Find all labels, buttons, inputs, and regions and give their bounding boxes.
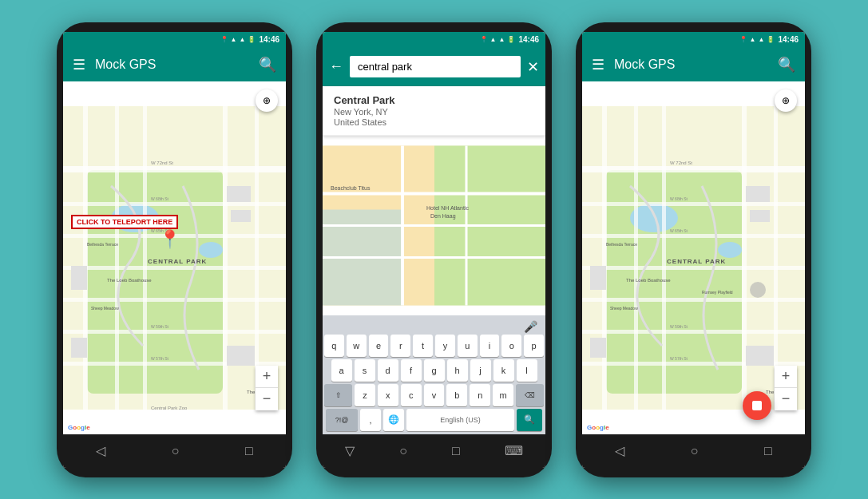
phone-3: 📍 ▲ ▲ 🔋 14:46 ☰ Mock GPS 🔍 xyxy=(576,22,811,477)
teleport-label[interactable]: CLICK TO TELEPORT HERE xyxy=(71,215,178,229)
svg-text:Hotel NH Atlantic: Hotel NH Atlantic xyxy=(426,204,469,210)
svg-text:Bethesda Terrace: Bethesda Terrace xyxy=(87,242,118,247)
key-o[interactable]: o xyxy=(501,335,521,357)
search-icon-1[interactable]: 🔍 xyxy=(259,56,276,73)
map-1[interactable]: W 72nd St W 68th St W 65th St W 59th St … xyxy=(63,81,286,434)
zoom-out-1[interactable]: − xyxy=(256,388,278,410)
key-m[interactable]: m xyxy=(493,384,513,406)
keyboard[interactable]: 🎤 q w e r t y u i o p a s d f g xyxy=(323,315,545,434)
map-3[interactable]: W 72nd St W 68th St W 65th St W 59th St … xyxy=(582,81,805,434)
recent-nav-2[interactable]: □ xyxy=(452,444,460,458)
back-nav-3[interactable]: ◁ xyxy=(615,443,624,458)
key-u[interactable]: u xyxy=(458,335,478,357)
svg-rect-54 xyxy=(582,330,805,334)
svg-rect-15 xyxy=(255,106,259,410)
nav-bar-2: ▽ ○ □ ⌨ xyxy=(323,434,545,468)
key-x[interactable]: x xyxy=(378,384,398,406)
svg-rect-60 xyxy=(774,106,778,410)
svg-text:Sheep Meadow: Sheep Meadow xyxy=(610,306,638,311)
back-nav-2[interactable]: ▽ xyxy=(345,443,355,458)
key-comma[interactable]: , xyxy=(360,409,381,431)
svg-rect-7 xyxy=(63,266,286,270)
keyboard-nav-2[interactable]: ⌨ xyxy=(505,443,523,458)
location-icon-2: 📍 xyxy=(480,36,488,43)
autocomplete-dropdown[interactable]: Central Park New York, NY United States xyxy=(323,86,545,136)
key-g[interactable]: g xyxy=(424,359,445,382)
back-icon-2[interactable]: ← xyxy=(329,58,343,75)
key-p[interactable]: p xyxy=(524,335,544,357)
key-b[interactable]: b xyxy=(446,384,467,406)
svg-rect-51 xyxy=(582,234,805,238)
svg-rect-65 xyxy=(590,338,606,358)
key-globe[interactable]: 🌐 xyxy=(383,409,404,431)
recent-nav-1[interactable]: □ xyxy=(245,444,253,458)
recent-nav-3[interactable]: □ xyxy=(764,444,772,458)
menu-icon-1[interactable]: ☰ xyxy=(73,56,85,73)
location-icon-3: 📍 xyxy=(739,36,747,43)
map-2[interactable]: Beachclub Titus Hotel NH Atlantic Den Ha… xyxy=(323,136,545,315)
map-pin-1: 📍 xyxy=(159,229,180,250)
key-l[interactable]: l xyxy=(517,359,537,382)
kb-row-3: ⇧ z x c v b n m ⌫ xyxy=(324,384,544,406)
key-s[interactable]: s xyxy=(355,359,375,382)
key-w[interactable]: w xyxy=(347,335,367,357)
home-nav-2[interactable]: ○ xyxy=(399,444,407,458)
status-time-2: 14:46 xyxy=(518,35,539,44)
key-d[interactable]: d xyxy=(378,359,398,382)
svg-rect-58 xyxy=(662,106,666,410)
key-search[interactable]: 🔍 xyxy=(517,409,542,431)
key-v[interactable]: v xyxy=(424,384,445,406)
search-icon-3[interactable]: 🔍 xyxy=(778,56,795,73)
status-icons-2: 📍 ▲ ▲ 🔋 xyxy=(480,36,516,43)
key-shift[interactable]: ⇧ xyxy=(324,384,352,406)
zoom-in-1[interactable]: + xyxy=(256,366,278,388)
svg-text:The Loeb Boathouse: The Loeb Boathouse xyxy=(107,278,152,283)
key-symbols[interactable]: ?!@ xyxy=(326,409,358,431)
location-fab-3[interactable]: ⊕ xyxy=(775,89,797,112)
key-j[interactable]: j xyxy=(470,359,491,382)
close-icon-2[interactable]: ✕ xyxy=(527,58,539,76)
key-c[interactable]: c xyxy=(401,384,422,406)
zoom-in-3[interactable]: + xyxy=(775,366,797,388)
svg-text:W 68th St: W 68th St xyxy=(670,196,688,201)
key-n[interactable]: n xyxy=(470,384,490,406)
key-backspace[interactable]: ⌫ xyxy=(516,384,544,406)
key-z[interactable]: z xyxy=(355,384,375,406)
home-nav-1[interactable]: ○ xyxy=(172,444,180,458)
key-q[interactable]: q xyxy=(324,335,344,357)
key-y[interactable]: y xyxy=(435,335,455,357)
zoom-out-3[interactable]: − xyxy=(775,388,797,410)
key-e[interactable]: e xyxy=(369,335,389,357)
back-nav-1[interactable]: ◁ xyxy=(96,443,105,458)
svg-rect-53 xyxy=(582,298,805,302)
key-r[interactable]: r xyxy=(390,335,410,357)
home-nav-3[interactable]: ○ xyxy=(691,444,699,458)
zoom-controls-3: + − xyxy=(775,366,797,410)
wifi-icon: ▲ xyxy=(231,36,237,43)
status-icons-1: 📍 ▲ ▲ 🔋 xyxy=(220,36,256,43)
autocomplete-line2: United States xyxy=(334,117,534,127)
svg-rect-57 xyxy=(634,106,638,410)
location-fab-1[interactable]: ⊕ xyxy=(256,89,278,112)
svg-point-3 xyxy=(199,242,223,258)
key-space[interactable]: English (US) xyxy=(406,409,514,431)
key-f[interactable]: f xyxy=(401,359,422,382)
key-k[interactable]: k xyxy=(493,359,514,382)
key-a[interactable]: a xyxy=(331,359,352,382)
key-t[interactable]: t xyxy=(413,335,433,357)
google-logo-1: Google xyxy=(68,424,90,431)
svg-rect-9 xyxy=(63,330,286,334)
menu-icon-3[interactable]: ☰ xyxy=(592,56,604,73)
svg-rect-5 xyxy=(63,202,286,206)
wifi-icon-2: ▲ xyxy=(490,36,497,43)
search-input-2[interactable] xyxy=(350,56,521,77)
signal-icon-2: ▲ xyxy=(499,36,505,43)
status-bar-2: 📍 ▲ ▲ 🔋 14:46 xyxy=(323,32,545,48)
status-bar-1: 📍 ▲ ▲ 🔋 14:46 xyxy=(63,32,286,48)
zoom-controls-1: + − xyxy=(256,366,278,410)
mic-icon[interactable]: 🎤 xyxy=(524,320,537,333)
record-stop-button[interactable] xyxy=(743,391,771,420)
key-i[interactable]: i xyxy=(480,335,500,357)
svg-rect-18 xyxy=(227,346,255,366)
key-h[interactable]: h xyxy=(447,359,468,382)
